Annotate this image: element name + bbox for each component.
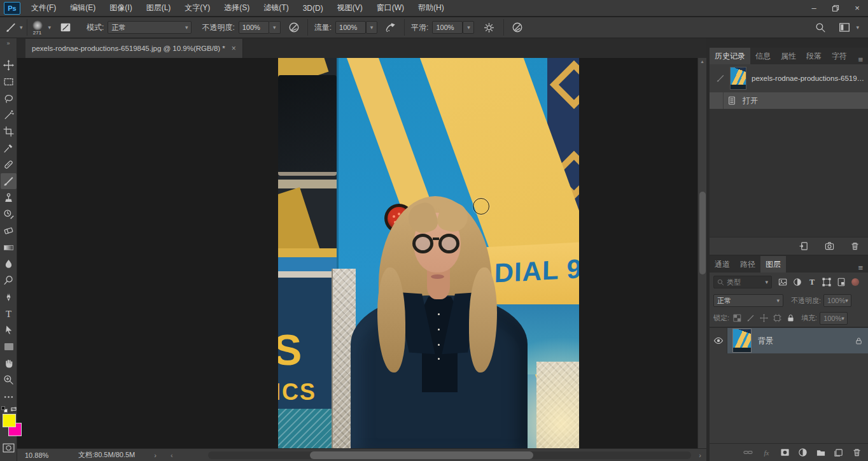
tool-zoom[interactable] (1, 372, 17, 388)
new-group-icon[interactable] (816, 448, 826, 457)
vertical-scrollbar[interactable]: ▴ (697, 58, 706, 448)
filter-adjustment-layers-icon[interactable] (793, 278, 802, 287)
layer-opacity-input[interactable]: 100% ▾ (823, 294, 851, 307)
delete-layer-icon[interactable] (852, 448, 862, 457)
smoothing-dropdown[interactable]: ▾ (463, 21, 474, 34)
layer-blend-mode-select[interactable]: 正常 ▾ (713, 294, 783, 307)
tab-layers[interactable]: 图层 (760, 256, 786, 273)
layer-visibility-toggle[interactable] (710, 328, 727, 353)
tool-pen[interactable] (1, 289, 17, 305)
blend-mode-select[interactable]: 正常 ▾ (108, 21, 192, 34)
history-snapshot-row[interactable]: pexels-rodnae-productions-6519… (710, 64, 868, 92)
opacity-input[interactable]: 100% (239, 21, 269, 34)
layer-row-background[interactable]: 背景 (710, 328, 868, 353)
default-colors-button[interactable] (1, 406, 8, 413)
menu-item-edit[interactable]: 编辑(E) (63, 0, 102, 17)
tab-character[interactable]: 字符 (827, 48, 852, 64)
close-tab-icon[interactable]: × (232, 44, 236, 53)
horizontal-scrollbar[interactable] (208, 451, 691, 459)
brush-settings-picker[interactable]: 271 ▾ (27, 20, 54, 35)
menu-item-image[interactable]: 图像(I) (102, 0, 139, 17)
add-mask-icon[interactable] (780, 448, 790, 457)
tab-info[interactable]: 信息 (750, 48, 776, 64)
menu-item-view[interactable]: 视图(V) (330, 0, 370, 17)
filter-toggle-light[interactable] (851, 278, 859, 286)
tool-rectangle[interactable] (1, 339, 17, 355)
layer-thumbnail[interactable] (732, 329, 752, 353)
smoothing-options-button[interactable] (480, 20, 497, 34)
lock-pixels-icon[interactable] (746, 314, 755, 322)
tool-dodge[interactable] (1, 273, 17, 288)
scroll-right-icon[interactable]: › (699, 451, 701, 459)
tool-preset-picker[interactable]: ▾ (0, 22, 27, 33)
flow-dropdown[interactable]: ▾ (366, 21, 377, 34)
vertical-scroll-thumb[interactable] (699, 192, 706, 274)
delete-state-button[interactable] (846, 239, 863, 253)
filter-smart-objects-icon[interactable] (837, 278, 846, 287)
lock-all-icon[interactable] (787, 314, 795, 322)
lock-position-icon[interactable] (760, 314, 768, 322)
filter-shape-layers-icon[interactable] (822, 278, 831, 287)
tab-history[interactable]: 历史记录 (710, 48, 750, 64)
zoom-level-field[interactable]: 10.88% (17, 451, 55, 459)
tool-healing-brush[interactable] (1, 157, 17, 173)
tool-eraser[interactable] (1, 223, 17, 239)
status-options-arrow[interactable]: › (135, 451, 157, 459)
opacity-dropdown[interactable]: ▾ (269, 21, 281, 34)
tool-path-select[interactable] (1, 322, 17, 338)
menu-item-help[interactable]: 帮助(H) (411, 0, 451, 17)
collapse-toolbar-button[interactable]: » (0, 38, 17, 46)
layer-name[interactable]: 背景 (758, 336, 773, 346)
history-state-open[interactable]: 打开 (710, 92, 868, 109)
pressure-size-button[interactable] (509, 20, 526, 34)
layer-style-icon[interactable]: fx (761, 448, 772, 457)
scroll-left-icon[interactable]: ‹ (157, 451, 173, 459)
tool-history-brush[interactable] (1, 206, 17, 222)
tab-paragraph[interactable]: 段落 (801, 48, 827, 64)
tool-clone-stamp[interactable] (1, 190, 17, 206)
tab-paths[interactable]: 路径 (735, 256, 760, 273)
filter-pixel-layers-icon[interactable] (778, 278, 787, 287)
horizontal-scroll-thumb[interactable] (310, 451, 533, 459)
layer-filter-select[interactable]: 类型 ▾ (713, 276, 772, 288)
menu-item-layer[interactable]: 图层(L) (139, 0, 178, 17)
tab-properties[interactable]: 属性 (776, 48, 801, 64)
tool-magic-wand[interactable] (1, 107, 17, 123)
scroll-up-icon[interactable]: ▴ (698, 58, 706, 66)
flow-input[interactable]: 100% (335, 21, 366, 34)
minimize-button[interactable]: – (803, 0, 825, 17)
airbrush-button[interactable] (382, 20, 399, 34)
history-source-checkbox[interactable] (710, 92, 724, 109)
panel-menu-icon[interactable]: ≡ (853, 263, 868, 273)
menu-item-select[interactable]: 选择(S) (217, 0, 256, 17)
quick-mask-button[interactable] (3, 443, 15, 453)
tool-hand[interactable] (1, 355, 17, 371)
workspace-switcher[interactable] (836, 20, 853, 34)
pressure-opacity-button[interactable] (286, 20, 302, 34)
tool-type[interactable]: T (1, 306, 17, 322)
menu-item-file[interactable]: 文件(F) (24, 0, 63, 17)
new-layer-icon[interactable] (834, 448, 844, 457)
tool-gradient[interactable] (1, 239, 17, 255)
smoothing-input[interactable]: 100% (432, 21, 463, 34)
history-brush-source-icon[interactable] (712, 71, 729, 85)
canvas-image[interactable]: DIAL 9 S ICS (278, 57, 579, 449)
tab-channels[interactable]: 通道 (710, 256, 735, 273)
menu-item-window[interactable]: 窗口(W) (370, 0, 411, 17)
swap-colors-button[interactable] (10, 406, 17, 413)
tool-crop[interactable] (1, 124, 17, 139)
tool-blur[interactable] (1, 256, 17, 272)
document-tab[interactable]: pexels-rodnae-productions-6519845.jpg @ … (25, 39, 243, 58)
search-button[interactable] (812, 20, 829, 34)
menu-item-filter[interactable]: 滤镜(T) (256, 0, 295, 17)
toggle-brush-panel-button[interactable] (57, 20, 74, 34)
filter-type-layers-icon[interactable]: T (808, 278, 816, 287)
lock-transparency-icon[interactable] (733, 314, 741, 322)
panel-menu-icon[interactable]: ≡ (853, 55, 868, 64)
new-snapshot-button[interactable] (821, 239, 837, 253)
tool-brush[interactable] (1, 173, 17, 189)
tool-marquee[interactable] (1, 74, 17, 90)
menu-item-3d[interactable]: 3D(D) (296, 0, 330, 17)
edit-toolbar-button[interactable] (1, 389, 17, 405)
restore-button[interactable] (825, 0, 846, 17)
